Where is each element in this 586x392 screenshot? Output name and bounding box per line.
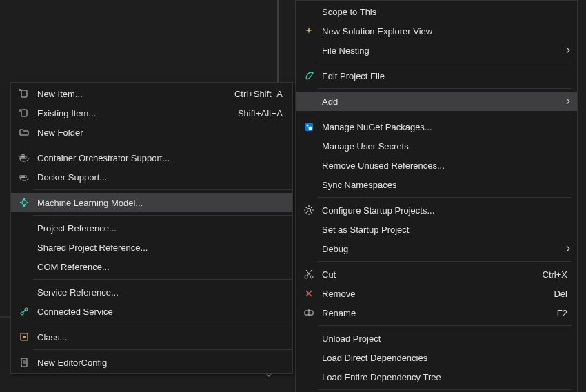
menu-load-direct-deps[interactable]: Load Direct Dependencies bbox=[296, 348, 577, 367]
menu-file-nesting[interactable]: File Nesting bbox=[296, 41, 577, 60]
menu-label: Manage User Secrets bbox=[318, 141, 573, 152]
empty-icon bbox=[300, 369, 318, 384]
context-menu-main: Scope to This New Solution Explorer View… bbox=[295, 0, 578, 392]
svg-point-2 bbox=[309, 127, 312, 130]
menu-machine-learning-model[interactable]: Machine Learning Model... bbox=[11, 193, 292, 212]
menu-rename[interactable]: Rename F2 bbox=[296, 303, 577, 322]
empty-icon bbox=[300, 94, 318, 109]
menu-label: New EditorConfig bbox=[33, 358, 288, 368]
menu-label: Service Reference... bbox=[33, 287, 288, 298]
menu-new-item[interactable]: New Item... Ctrl+Shift+A bbox=[11, 84, 292, 103]
scissors-icon bbox=[300, 267, 318, 282]
menu-service-reference[interactable]: Service Reference... bbox=[11, 282, 292, 302]
file-icon bbox=[15, 355, 33, 370]
empty-icon bbox=[300, 158, 318, 173]
menu-debug[interactable]: Debug bbox=[296, 239, 577, 258]
menu-label: Class... bbox=[33, 332, 288, 342]
menu-com-reference[interactable]: COM Reference... bbox=[11, 257, 292, 276]
svg-point-21 bbox=[27, 202, 29, 204]
empty-icon bbox=[300, 4, 318, 19]
sparkle-icon bbox=[300, 23, 318, 39]
menu-add[interactable]: Add bbox=[296, 92, 577, 111]
menu-connected-service[interactable]: Connected Service bbox=[11, 302, 292, 321]
docker-icon bbox=[15, 169, 33, 185]
empty-icon bbox=[300, 241, 318, 256]
menu-shortcut: Ctrl+X bbox=[543, 269, 573, 280]
menu-separator bbox=[318, 389, 572, 390]
menu-unload-project[interactable]: Unload Project bbox=[296, 329, 577, 348]
menu-edit-project-file[interactable]: Edit Project File bbox=[296, 66, 577, 85]
menu-separator bbox=[318, 325, 572, 326]
folder-icon bbox=[15, 125, 33, 140]
empty-icon bbox=[300, 43, 318, 58]
close-icon bbox=[300, 286, 318, 301]
svg-rect-13 bbox=[22, 154, 24, 156]
menu-separator bbox=[33, 145, 292, 145]
menu-separator bbox=[33, 349, 292, 350]
empty-icon bbox=[300, 331, 318, 346]
empty-icon bbox=[15, 285, 33, 300]
menu-label: Project Reference... bbox=[33, 223, 288, 234]
svg-point-19 bbox=[23, 205, 26, 207]
empty-icon bbox=[300, 350, 318, 365]
menu-class[interactable]: Class... bbox=[11, 327, 292, 347]
svg-point-3 bbox=[307, 209, 311, 212]
menu-remove-unused-references[interactable]: Remove Unused References... bbox=[296, 156, 577, 175]
connected-icon bbox=[15, 304, 33, 319]
menu-remove[interactable]: Remove Del bbox=[296, 284, 577, 303]
menu-docker-support[interactable]: Docker Support... bbox=[11, 167, 292, 187]
empty-icon bbox=[300, 222, 318, 237]
menu-cut[interactable]: Cut Ctrl+X bbox=[296, 265, 577, 284]
menu-separator bbox=[318, 114, 572, 114]
menu-new-editorconfig[interactable]: New EditorConfig bbox=[11, 353, 292, 372]
menu-label: Shared Project Reference... bbox=[33, 243, 288, 253]
menu-scope-to-this[interactable]: Scope to This bbox=[296, 2, 577, 21]
edit-icon bbox=[300, 68, 318, 83]
chevron-right-icon bbox=[563, 245, 573, 252]
menu-label: Manage NuGet Packages... bbox=[318, 122, 573, 132]
svg-rect-8 bbox=[21, 90, 27, 97]
svg-rect-0 bbox=[305, 123, 313, 131]
svg-point-5 bbox=[310, 276, 313, 278]
menu-container-orch[interactable]: Container Orchestrator Support... bbox=[11, 148, 292, 167]
menu-label: Load Entire Dependency Tree bbox=[318, 372, 573, 382]
menu-new-folder[interactable]: New Folder bbox=[11, 123, 292, 142]
empty-icon bbox=[15, 240, 33, 255]
menu-label: Add bbox=[318, 96, 563, 107]
menu-label: Edit Project File bbox=[318, 71, 573, 81]
empty-icon bbox=[15, 220, 33, 236]
new-item-icon bbox=[15, 86, 33, 101]
nuget-icon bbox=[300, 119, 318, 134]
svg-point-4 bbox=[305, 276, 307, 278]
menu-label: Docker Support... bbox=[33, 172, 288, 183]
svg-point-17 bbox=[22, 200, 26, 205]
menu-label: Existing Item... bbox=[33, 108, 238, 118]
menu-project-reference[interactable]: Project Reference... bbox=[11, 218, 292, 238]
menu-manage-user-secrets[interactable]: Manage User Secrets bbox=[296, 136, 577, 156]
menu-load-entire-tree[interactable]: Load Entire Dependency Tree bbox=[296, 367, 577, 386]
menu-configure-startup[interactable]: Configure Startup Projects... bbox=[296, 200, 577, 220]
chevron-right-icon bbox=[563, 98, 573, 105]
empty-icon bbox=[15, 259, 33, 274]
svg-rect-15 bbox=[22, 176, 24, 178]
menu-label: Container Orchestrator Support... bbox=[33, 153, 288, 163]
menu-label: Configure Startup Projects... bbox=[318, 205, 573, 216]
menu-shared-project-reference[interactable]: Shared Project Reference... bbox=[11, 238, 292, 257]
context-submenu-add: New Item... Ctrl+Shift+A Existing Item..… bbox=[10, 82, 293, 374]
menu-set-startup[interactable]: Set as Startup Project bbox=[296, 220, 577, 239]
menu-label: Connected Service bbox=[33, 307, 288, 317]
menu-sync-namespaces[interactable]: Sync Namespaces bbox=[296, 175, 577, 194]
gear-icon bbox=[300, 203, 318, 218]
menu-new-solution-explorer[interactable]: New Solution Explorer View bbox=[296, 21, 577, 41]
menu-label: Cut bbox=[318, 269, 543, 280]
existing-item-icon bbox=[15, 105, 33, 121]
chevron-right-icon bbox=[563, 47, 573, 54]
menu-existing-item[interactable]: Existing Item... Shift+Alt+A bbox=[11, 103, 292, 123]
menu-separator bbox=[318, 88, 572, 89]
menu-manage-nuget[interactable]: Manage NuGet Packages... bbox=[296, 117, 577, 136]
svg-rect-16 bbox=[24, 176, 26, 178]
menu-label: File Nesting bbox=[318, 45, 563, 56]
empty-icon bbox=[300, 177, 318, 192]
menu-label: Machine Learning Model... bbox=[33, 198, 288, 208]
menu-separator bbox=[318, 197, 572, 198]
